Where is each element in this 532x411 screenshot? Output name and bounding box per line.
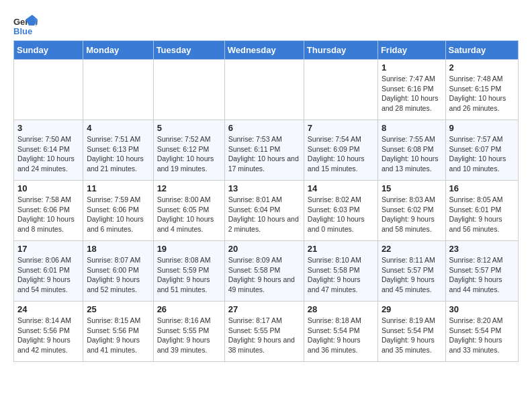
svg-text:Blue: Blue <box>13 26 32 36</box>
calendar-cell: 5Sunrise: 7:52 AM Sunset: 6:12 PM Daylig… <box>153 120 224 181</box>
day-number: 5 <box>157 123 221 133</box>
day-info: Sunrise: 8:18 AM Sunset: 5:54 PM Dayligh… <box>308 316 374 355</box>
calendar-cell: 10Sunrise: 7:58 AM Sunset: 6:06 PM Dayli… <box>14 181 83 241</box>
page-header: General Blue <box>13 13 519 38</box>
day-number: 16 <box>449 183 515 193</box>
day-number: 30 <box>449 304 515 314</box>
calendar-cell: 24Sunrise: 8:14 AM Sunset: 5:56 PM Dayli… <box>14 302 83 362</box>
day-info: Sunrise: 7:54 AM Sunset: 6:09 PM Dayligh… <box>308 134 374 174</box>
day-header-tuesday: Tuesday <box>153 41 224 60</box>
calendar-cell: 17Sunrise: 8:06 AM Sunset: 6:01 PM Dayli… <box>14 241 83 302</box>
day-number: 10 <box>17 183 79 193</box>
calendar-cell: 28Sunrise: 8:18 AM Sunset: 5:54 PM Dayli… <box>304 302 378 362</box>
day-info: Sunrise: 7:52 AM Sunset: 6:12 PM Dayligh… <box>157 134 221 174</box>
calendar-cell: 26Sunrise: 8:16 AM Sunset: 5:55 PM Dayli… <box>153 302 224 362</box>
calendar-cell: 14Sunrise: 8:02 AM Sunset: 6:03 PM Dayli… <box>304 181 378 241</box>
day-info: Sunrise: 8:19 AM Sunset: 5:54 PM Dayligh… <box>382 316 442 355</box>
day-number: 8 <box>382 123 442 133</box>
calendar-cell: 8Sunrise: 7:55 AM Sunset: 6:08 PM Daylig… <box>378 120 445 181</box>
day-info: Sunrise: 8:20 AM Sunset: 5:54 PM Dayligh… <box>449 316 515 355</box>
calendar-cell <box>14 60 83 120</box>
day-number: 3 <box>17 123 79 133</box>
calendar-cell: 15Sunrise: 8:03 AM Sunset: 6:02 PM Dayli… <box>378 181 445 241</box>
day-header-friday: Friday <box>378 41 445 60</box>
week-row-1: 1Sunrise: 7:47 AM Sunset: 6:16 PM Daylig… <box>14 60 519 120</box>
day-header-saturday: Saturday <box>445 41 518 60</box>
calendar-cell <box>153 60 224 120</box>
calendar-cell: 2Sunrise: 7:48 AM Sunset: 6:15 PM Daylig… <box>445 60 518 120</box>
day-number: 17 <box>17 244 79 254</box>
day-info: Sunrise: 8:02 AM Sunset: 6:03 PM Dayligh… <box>308 195 374 234</box>
calendar-table: SundayMondayTuesdayWednesdayThursdayFrid… <box>13 40 519 362</box>
calendar-cell: 7Sunrise: 7:54 AM Sunset: 6:09 PM Daylig… <box>304 120 378 181</box>
day-number: 29 <box>382 304 442 314</box>
day-info: Sunrise: 8:05 AM Sunset: 6:01 PM Dayligh… <box>449 195 515 234</box>
day-info: Sunrise: 7:51 AM Sunset: 6:13 PM Dayligh… <box>87 134 149 174</box>
day-info: Sunrise: 8:17 AM Sunset: 5:55 PM Dayligh… <box>228 316 300 355</box>
day-number: 2 <box>449 62 515 73</box>
week-row-3: 10Sunrise: 7:58 AM Sunset: 6:06 PM Dayli… <box>14 181 519 241</box>
day-number: 19 <box>157 244 221 254</box>
calendar-cell: 21Sunrise: 8:10 AM Sunset: 5:58 PM Dayli… <box>304 241 378 302</box>
calendar-cell: 19Sunrise: 8:08 AM Sunset: 5:59 PM Dayli… <box>153 241 224 302</box>
day-number: 26 <box>157 304 221 314</box>
calendar-cell: 4Sunrise: 7:51 AM Sunset: 6:13 PM Daylig… <box>83 120 153 181</box>
day-info: Sunrise: 8:07 AM Sunset: 6:00 PM Dayligh… <box>87 255 149 295</box>
day-info: Sunrise: 8:01 AM Sunset: 6:04 PM Dayligh… <box>228 195 300 234</box>
day-number: 4 <box>87 123 149 133</box>
week-row-5: 24Sunrise: 8:14 AM Sunset: 5:56 PM Dayli… <box>14 302 519 362</box>
week-row-4: 17Sunrise: 8:06 AM Sunset: 6:01 PM Dayli… <box>14 241 519 302</box>
day-header-wednesday: Wednesday <box>224 41 304 60</box>
calendar-cell <box>83 60 153 120</box>
day-info: Sunrise: 7:48 AM Sunset: 6:15 PM Dayligh… <box>449 74 515 113</box>
calendar-cell: 23Sunrise: 8:12 AM Sunset: 5:57 PM Dayli… <box>445 241 518 302</box>
calendar-cell: 22Sunrise: 8:11 AM Sunset: 5:57 PM Dayli… <box>378 241 445 302</box>
day-info: Sunrise: 8:11 AM Sunset: 5:57 PM Dayligh… <box>382 255 442 295</box>
day-info: Sunrise: 7:59 AM Sunset: 6:06 PM Dayligh… <box>87 195 149 234</box>
day-info: Sunrise: 8:08 AM Sunset: 5:59 PM Dayligh… <box>157 255 221 295</box>
day-number: 22 <box>382 244 442 254</box>
calendar-cell: 1Sunrise: 7:47 AM Sunset: 6:16 PM Daylig… <box>378 60 445 120</box>
day-info: Sunrise: 8:10 AM Sunset: 5:58 PM Dayligh… <box>308 255 374 295</box>
calendar-cell: 18Sunrise: 8:07 AM Sunset: 6:00 PM Dayli… <box>83 241 153 302</box>
days-header-row: SundayMondayTuesdayWednesdayThursdayFrid… <box>14 41 519 60</box>
day-info: Sunrise: 7:53 AM Sunset: 6:11 PM Dayligh… <box>228 134 300 174</box>
day-info: Sunrise: 7:57 AM Sunset: 6:07 PM Dayligh… <box>449 134 515 174</box>
calendar-cell: 16Sunrise: 8:05 AM Sunset: 6:01 PM Dayli… <box>445 181 518 241</box>
day-number: 11 <box>87 183 149 193</box>
calendar-cell: 30Sunrise: 8:20 AM Sunset: 5:54 PM Dayli… <box>445 302 518 362</box>
day-info: Sunrise: 8:00 AM Sunset: 6:05 PM Dayligh… <box>157 195 221 234</box>
day-number: 13 <box>228 183 300 193</box>
day-header-sunday: Sunday <box>14 41 83 60</box>
calendar-cell: 9Sunrise: 7:57 AM Sunset: 6:07 PM Daylig… <box>445 120 518 181</box>
logo: General Blue <box>13 13 38 38</box>
day-info: Sunrise: 8:03 AM Sunset: 6:02 PM Dayligh… <box>382 195 442 234</box>
calendar-cell: 20Sunrise: 8:09 AM Sunset: 5:58 PM Dayli… <box>224 241 304 302</box>
day-info: Sunrise: 7:55 AM Sunset: 6:08 PM Dayligh… <box>382 134 442 174</box>
day-header-thursday: Thursday <box>304 41 378 60</box>
calendar-cell: 12Sunrise: 8:00 AM Sunset: 6:05 PM Dayli… <box>153 181 224 241</box>
day-number: 24 <box>17 304 79 314</box>
day-info: Sunrise: 8:14 AM Sunset: 5:56 PM Dayligh… <box>17 316 79 355</box>
day-header-monday: Monday <box>83 41 153 60</box>
calendar-cell: 27Sunrise: 8:17 AM Sunset: 5:55 PM Dayli… <box>224 302 304 362</box>
calendar-cell: 3Sunrise: 7:50 AM Sunset: 6:14 PM Daylig… <box>14 120 83 181</box>
calendar-cell: 6Sunrise: 7:53 AM Sunset: 6:11 PM Daylig… <box>224 120 304 181</box>
day-info: Sunrise: 8:16 AM Sunset: 5:55 PM Dayligh… <box>157 316 221 355</box>
day-number: 14 <box>308 183 374 193</box>
day-number: 12 <box>157 183 221 193</box>
day-number: 23 <box>449 244 515 254</box>
week-row-2: 3Sunrise: 7:50 AM Sunset: 6:14 PM Daylig… <box>14 120 519 181</box>
day-info: Sunrise: 8:06 AM Sunset: 6:01 PM Dayligh… <box>17 255 79 295</box>
day-number: 18 <box>87 244 149 254</box>
day-number: 25 <box>87 304 149 314</box>
calendar-cell <box>304 60 378 120</box>
day-number: 21 <box>308 244 374 254</box>
logo-svg-icon: General Blue <box>13 13 38 38</box>
calendar-cell <box>224 60 304 120</box>
day-number: 7 <box>308 123 374 133</box>
calendar-cell: 29Sunrise: 8:19 AM Sunset: 5:54 PM Dayli… <box>378 302 445 362</box>
day-number: 1 <box>382 62 442 73</box>
day-info: Sunrise: 8:15 AM Sunset: 5:56 PM Dayligh… <box>87 316 149 355</box>
calendar-cell: 13Sunrise: 8:01 AM Sunset: 6:04 PM Dayli… <box>224 181 304 241</box>
